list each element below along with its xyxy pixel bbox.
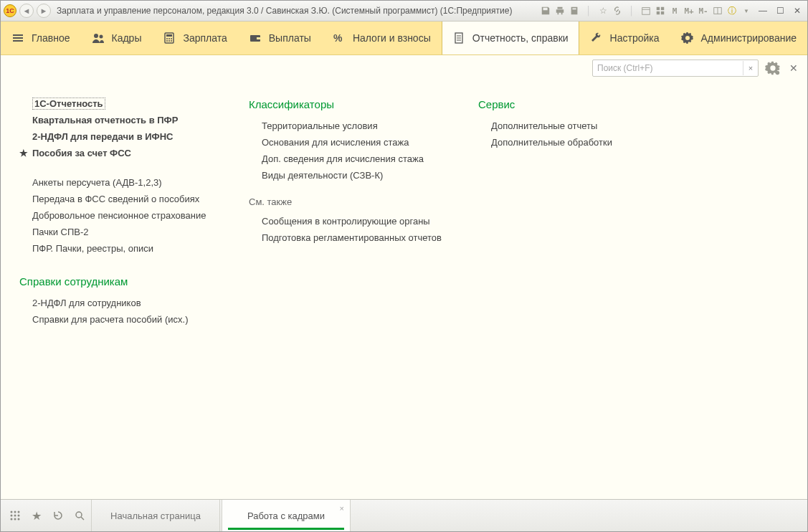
save-icon[interactable] bbox=[539, 4, 552, 17]
link-item[interactable]: ПФР. Пачки, реестры, описи bbox=[32, 240, 242, 257]
nav-item-reports[interactable]: Отчетность, справки bbox=[442, 22, 579, 54]
link-item[interactable]: Добровольное пенсионное страхование bbox=[32, 207, 242, 224]
gear-icon bbox=[681, 32, 694, 44]
nav-item-personnel[interactable]: Кадры bbox=[81, 22, 153, 54]
employee-cert-list: 2-НДФЛ для сотрудников Справки для расче… bbox=[19, 295, 242, 328]
svg-rect-19 bbox=[257, 37, 260, 39]
svg-point-28 bbox=[18, 511, 20, 513]
link-icon[interactable] bbox=[611, 4, 624, 17]
svg-point-14 bbox=[171, 38, 172, 39]
tab-label: Начальная страница bbox=[110, 510, 201, 521]
tab-hr-work[interactable]: Работа с кадрами × bbox=[222, 500, 351, 531]
search-input[interactable] bbox=[593, 63, 743, 73]
main-nav: Главное Кадры Зарплата Выплаты % Налоги … bbox=[1, 22, 807, 55]
nav-item-payments[interactable]: Выплаты bbox=[238, 22, 322, 54]
svg-text:%: % bbox=[333, 32, 343, 44]
classifier-list: Территориальные условия Основания для ис… bbox=[249, 118, 471, 184]
primary-link-list: 1С-Отчетность Квартальная отчетность в П… bbox=[19, 95, 242, 161]
content-area: 1С-Отчетность Квартальная отчетность в П… bbox=[1, 81, 807, 499]
column-right: Сервис Дополнительные отчеты Дополнитель… bbox=[478, 95, 693, 492]
search-box[interactable]: × bbox=[592, 60, 759, 77]
svg-line-36 bbox=[81, 517, 84, 520]
info-icon[interactable]: ⓘ bbox=[726, 4, 738, 17]
tab-close-icon[interactable]: × bbox=[340, 504, 344, 513]
wallet-icon bbox=[249, 32, 262, 44]
link-fss-benefits[interactable]: Пособия за счет ФСС bbox=[19, 145, 242, 161]
subbar: × ✕ bbox=[1, 55, 807, 81]
panels-icon[interactable] bbox=[711, 4, 724, 17]
link-item[interactable]: Основания для исчисления стажа bbox=[262, 134, 471, 151]
secondary-link-list: Анкеты персучета (АДВ-1,2,3) Передача в … bbox=[19, 174, 242, 257]
nav-item-taxes[interactable]: % Налоги и взносы bbox=[322, 22, 442, 54]
link-item[interactable]: Передача в ФСС сведений о пособиях bbox=[32, 191, 242, 207]
link-item[interactable]: Виды деятельности (СЗВ-К) bbox=[262, 167, 471, 184]
document-icon bbox=[452, 32, 465, 44]
nav-label: Зарплата bbox=[183, 32, 227, 44]
svg-point-27 bbox=[14, 511, 16, 513]
divider-icon: │ bbox=[582, 4, 595, 17]
svg-point-17 bbox=[171, 40, 172, 42]
svg-point-30 bbox=[14, 515, 16, 517]
link-item[interactable]: Сообщения в контролирующие органы bbox=[262, 213, 471, 229]
svg-point-8 bbox=[94, 34, 98, 38]
link-pfr-quarterly[interactable]: Квартальная отчетность в ПФР bbox=[19, 112, 242, 128]
link-2ndfl-ifns[interactable]: 2-НДФЛ для передачи в ИФНС bbox=[19, 128, 242, 145]
link-item[interactable]: Дополнительные отчеты bbox=[491, 118, 693, 134]
svg-rect-5 bbox=[661, 11, 664, 14]
link-item[interactable]: 2-НДФЛ для сотрудников bbox=[32, 295, 242, 311]
svg-point-13 bbox=[168, 38, 170, 39]
svg-point-32 bbox=[11, 518, 13, 521]
link-1c-reporting[interactable]: 1С-Отчетность bbox=[19, 95, 242, 112]
link-item[interactable]: Справки для расчета пособий (исх.) bbox=[32, 311, 242, 328]
link-item[interactable]: Дополнительные обработки bbox=[491, 134, 693, 151]
link-item[interactable]: Анкеты персучета (АДВ-1,2,3) bbox=[32, 174, 242, 191]
calc-m-button[interactable]: M bbox=[668, 4, 681, 17]
calc-mminus-button[interactable]: M- bbox=[697, 4, 710, 17]
link-item[interactable]: Доп. сведения для исчисления стажа bbox=[262, 151, 471, 167]
nav-label: Главное bbox=[32, 32, 70, 44]
column-middle: Классификаторы Территориальные условия О… bbox=[249, 95, 471, 492]
minimize-button[interactable]: — bbox=[756, 4, 770, 17]
nav-item-main[interactable]: Главное bbox=[1, 22, 81, 54]
svg-rect-11 bbox=[166, 34, 172, 37]
nav-label: Выплаты bbox=[269, 32, 311, 44]
svg-rect-4 bbox=[657, 11, 660, 14]
svg-point-9 bbox=[99, 35, 103, 39]
preview-icon[interactable] bbox=[568, 4, 581, 17]
close-button[interactable]: ✕ bbox=[790, 4, 804, 17]
search-icon[interactable] bbox=[70, 505, 90, 526]
dropdown-icon[interactable]: ▼ bbox=[740, 4, 753, 17]
svg-point-16 bbox=[168, 40, 170, 42]
panel-settings-icon[interactable] bbox=[764, 60, 781, 77]
link-item[interactable]: Территориальные условия bbox=[262, 118, 471, 134]
grid-icon[interactable] bbox=[654, 4, 667, 17]
favorite-icon[interactable]: ☆ bbox=[597, 4, 609, 17]
calendar-icon[interactable] bbox=[640, 4, 652, 17]
print-icon[interactable] bbox=[553, 4, 566, 17]
section-title-classifiers: Классификаторы bbox=[249, 98, 471, 110]
svg-point-29 bbox=[11, 515, 13, 517]
apps-icon[interactable] bbox=[5, 505, 25, 526]
link-item[interactable]: Пачки СПВ-2 bbox=[32, 224, 242, 240]
nav-item-salary[interactable]: Зарплата bbox=[152, 22, 237, 54]
calc-mplus-button[interactable]: M+ bbox=[683, 4, 695, 17]
see-also-label: См. также bbox=[249, 196, 471, 207]
nav-label: Налоги и взносы bbox=[353, 32, 431, 44]
maximize-button[interactable]: ☐ bbox=[773, 4, 787, 17]
favorite-icon[interactable]: ★ bbox=[27, 505, 47, 526]
svg-rect-3 bbox=[661, 7, 664, 10]
tab-start-page[interactable]: Начальная страница bbox=[91, 500, 220, 531]
svg-point-12 bbox=[166, 38, 168, 39]
nav-label: Кадры bbox=[112, 32, 142, 44]
wrench-icon bbox=[590, 32, 603, 44]
nav-forward-icon[interactable]: ► bbox=[37, 4, 51, 18]
section-title-service: Сервис bbox=[478, 98, 693, 110]
nav-back-icon[interactable]: ◄ bbox=[19, 4, 34, 18]
nav-item-settings[interactable]: Настройка bbox=[579, 22, 670, 54]
panel-close-button[interactable]: ✕ bbox=[787, 62, 800, 75]
history-icon[interactable] bbox=[48, 505, 68, 526]
search-clear-button[interactable]: × bbox=[743, 61, 758, 75]
nav-item-admin[interactable]: Администрирование bbox=[670, 22, 808, 54]
titlebar-toolbar: │ ☆ │ M M+ M- ⓘ ▼ bbox=[539, 4, 753, 17]
link-item[interactable]: Подготовка регламентированных отчетов bbox=[262, 229, 471, 246]
